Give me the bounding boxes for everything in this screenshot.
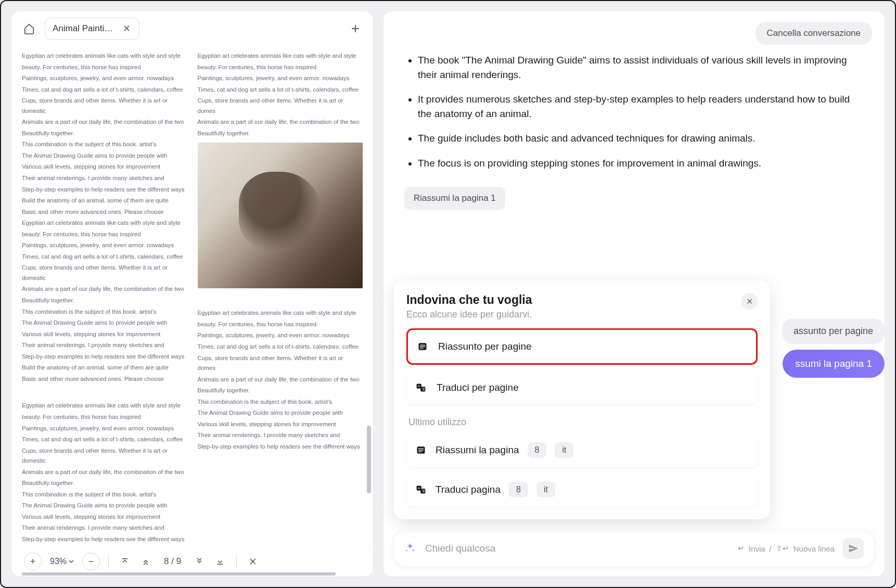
translate-icon: A文 (415, 381, 427, 394)
suggestion-label: Traduci per pagine (437, 382, 519, 393)
chat-panel: Cancella conversazione The book "The Ani… (383, 11, 885, 577)
suggestion-label: Riassunto per pagine (438, 341, 532, 352)
svg-rect-2 (420, 347, 425, 347)
svg-rect-10 (418, 450, 424, 451)
document-column-right: Egyptian art celebrates animals like cat… (198, 46, 363, 546)
chat-input-bar: ↵ Invia / ⇧↵ Nuova linea (394, 531, 874, 566)
input-hints: ↵ Invia / ⇧↵ Nuova linea (738, 544, 835, 553)
chat-header: Cancella conversazione (383, 11, 885, 53)
next-page-button[interactable] (191, 554, 207, 569)
zoom-level[interactable]: 93% (47, 557, 77, 566)
prev-page-button[interactable] (138, 554, 153, 569)
svg-text:A: A (418, 487, 420, 490)
divider (236, 555, 237, 568)
zoom-out-button[interactable]: − (82, 553, 100, 570)
popup-title: Indovina che tu voglia (406, 293, 532, 307)
recent-label: Traduci pagina (436, 484, 501, 495)
home-button[interactable] (20, 19, 39, 38)
badge-lang: it (555, 442, 573, 458)
list-icon (416, 340, 429, 353)
zoom-in-button[interactable]: + (24, 553, 42, 570)
close-viewer-button[interactable] (245, 554, 261, 569)
recent-translate-page[interactable]: A文 Traduci pagina 8 it (406, 472, 758, 507)
send-button[interactable] (843, 538, 864, 559)
chat-input[interactable] (425, 543, 729, 554)
suggestion-summary-by-pages[interactable]: Riassunto per pagine (406, 328, 758, 365)
svg-rect-9 (418, 449, 424, 449)
svg-text:A: A (418, 385, 420, 388)
horizontal-scrollbar[interactable] (22, 572, 363, 576)
document-panel: Animal Paintin... ✕ + Egyptian art celeb… (11, 11, 373, 577)
last-page-button[interactable] (212, 554, 228, 569)
close-icon[interactable]: ✕ (121, 23, 132, 34)
translate-icon: A文 (415, 483, 427, 496)
summary-list: The book "The Animal Drawing Guide" aims… (404, 53, 864, 170)
badge-lang: it (536, 482, 555, 497)
divider (108, 555, 109, 568)
page-indicator: 8 / 9 (159, 556, 186, 567)
popup-subtitle: Ecco alcune idee per guidarvi. (406, 309, 532, 320)
svg-rect-3 (420, 348, 424, 349)
svg-text:文: 文 (422, 489, 425, 493)
tab-title: Animal Paintin... (53, 23, 115, 34)
summary-item: The focus is on providing stepping stone… (418, 156, 864, 171)
cancel-conversation-button[interactable]: Cancella conversazione (756, 22, 873, 45)
svg-rect-1 (420, 345, 425, 346)
recent-summarize-page[interactable]: Riassumi la pagina 8 it (406, 433, 758, 467)
summary-item: It provides numerous sketches and step-b… (418, 92, 864, 121)
recent-label: Riassumi la pagina (436, 444, 519, 456)
suggestion-translate-by-pages[interactable]: A文 Traduci per pagine (406, 371, 758, 404)
badge-page: 8 (528, 442, 547, 458)
vertical-scrollbar[interactable] (367, 426, 371, 493)
list-icon (415, 444, 427, 456)
badge-page: 8 (509, 482, 528, 497)
document-column-left: Egyptian art celebrates animals like cat… (22, 46, 187, 546)
enter-icon: ↵ (738, 544, 745, 553)
document-tab[interactable]: Animal Paintin... ✕ (45, 18, 139, 40)
popup-close-button[interactable]: ✕ (741, 293, 758, 310)
sparkle-icon (404, 542, 417, 555)
background-action-pill[interactable]: ssumi la pagina 1 (783, 350, 885, 378)
document-header: Animal Paintin... ✕ + (11, 11, 373, 46)
new-tab-button[interactable]: + (346, 19, 365, 38)
svg-text:文: 文 (422, 387, 425, 391)
summary-item: The guide includes both basic and advanc… (418, 131, 864, 146)
horse-illustration (198, 143, 363, 288)
document-toolbar: + 93% − 8 / 9 (11, 546, 373, 577)
svg-rect-11 (418, 452, 422, 452)
suggestions-popup: Indovina che tu voglia Ecco alcune idee … (394, 280, 770, 519)
first-page-button[interactable] (117, 554, 133, 569)
background-suggestion-pill[interactable]: assunto per pagine (782, 318, 885, 344)
source-chip[interactable]: Riassumi la pagina 1 (404, 187, 505, 210)
shift-enter-icon: ⇧↵ (776, 544, 789, 553)
document-viewer[interactable]: Egyptian art celebrates animals like cat… (11, 46, 373, 546)
summary-item: The book "The Animal Drawing Guide" aims… (418, 53, 864, 82)
recent-section-label: Ultimo utilizzo (406, 417, 758, 428)
